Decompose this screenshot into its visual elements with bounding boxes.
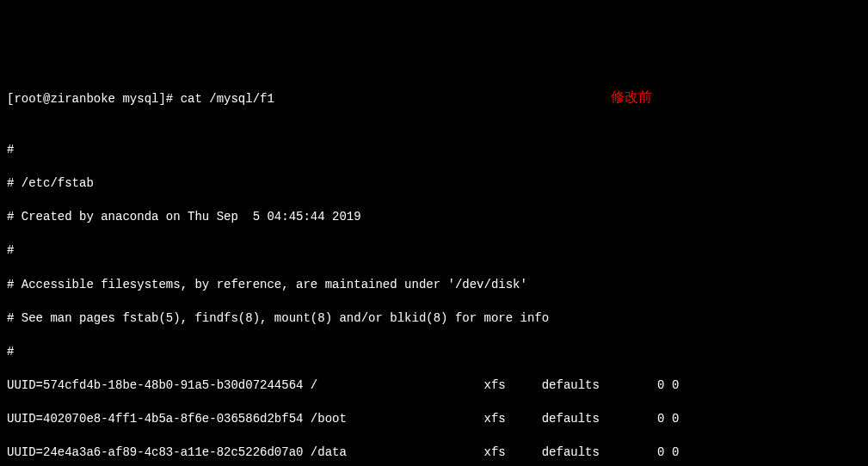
fstab-entry: UUID=24e4a3a6-af89-4c83-a11e-82c5226d07a…	[7, 445, 861, 462]
comment-line: # Accessible filesystems, by reference, …	[7, 277, 861, 294]
comment-line: # Created by anaconda on Thu Sep 5 04:45…	[7, 209, 861, 226]
prompt-line[interactable]: [root@ziranboke mysql]# cat /mysql/f1	[7, 91, 861, 108]
comment-line: #	[7, 142, 861, 159]
fstab-entry: UUID=402070e8-4ff1-4b5a-8f6e-036586d2bf5…	[7, 411, 861, 428]
fstab-entry: UUID=574cfd4b-18be-48b0-91a5-b30d0724456…	[7, 377, 861, 395]
comment-line: #	[7, 242, 861, 260]
comment-line: # /etc/fstab	[7, 175, 861, 193]
annotation-label: 修改前	[611, 88, 652, 107]
comment-line: # See man pages fstab(5), findfs(8), mou…	[7, 310, 861, 328]
comment-line: #	[7, 344, 861, 361]
